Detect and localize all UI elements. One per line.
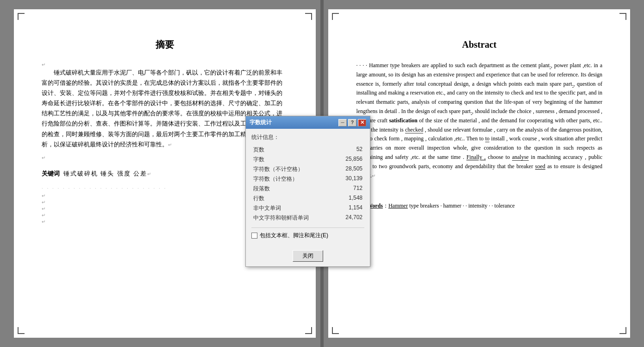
stat-row-paragraphs: 段落数 712 <box>251 184 364 194</box>
stat-row-non-chinese: 非中文单词 1,154 <box>251 203 364 213</box>
right-page-title: Abstract <box>356 37 602 52</box>
stat-label-chinese-chars: 中文字符和朝鲜语单词 <box>251 213 319 223</box>
keywords-text: 锤式破碎机 锤头 强度 公差 <box>63 169 147 179</box>
corner-mark-tr <box>305 13 312 20</box>
stat-value-pages: 52 <box>319 145 364 155</box>
stat-value-chars-with-space: 30,139 <box>319 174 364 184</box>
return-mark-en-4: ↵ <box>356 211 602 217</box>
corner-mark-br <box>305 327 312 334</box>
stat-value-non-chinese: 1,154 <box>319 203 364 213</box>
dialog-help-button[interactable]: ? <box>348 119 356 126</box>
right-page: Abstract · · · · Hammer type breakers ar… <box>328 9 630 338</box>
stat-value-paragraphs: 712 <box>319 184 364 194</box>
stat-row-lines: 行数 1,548 <box>251 194 364 203</box>
corner-mark-tr-r <box>619 13 626 20</box>
word-count-dialog[interactable]: 字数统计 ─ ? ✕ 统计信息： 页数 52 字数 25,856 字符数 <box>245 116 370 267</box>
return-mark-en-2: ↵ <box>356 180 602 187</box>
stat-row-chinese-chars: 中文字符和朝鲜语单词 24,702 <box>251 213 364 223</box>
dialog-titlebar: 字数统计 ─ ? ✕ <box>246 116 370 129</box>
stat-label-lines: 行数 <box>251 194 319 203</box>
corner-mark-tl <box>18 13 25 20</box>
dialog-divider <box>251 227 364 228</box>
en-para-1: · · · · Hammer type breakers are applied… <box>356 62 602 179</box>
satisfication-text: satisfication <box>389 117 417 124</box>
corner-mark-bl-r <box>332 327 339 334</box>
stat-value-lines: 1,548 <box>319 194 364 203</box>
stat-label-chars-with-space: 字符数（计空格） <box>251 174 319 184</box>
return-mark-en-5: ↵ <box>356 217 602 224</box>
include-textboxes-checkbox[interactable] <box>251 233 257 239</box>
stat-label-paragraphs: 段落数 <box>251 184 319 194</box>
underline-plant: . <box>550 62 551 69</box>
stat-row-chars-no-space: 字符数（不计空格） 28,505 <box>251 164 364 174</box>
hammer-underline: Hammer <box>388 202 408 209</box>
soed-text: soed <box>535 163 545 170</box>
return-mark-para: ↵ <box>168 142 172 147</box>
stat-label-pages: 页数 <box>251 145 319 155</box>
english-keywords-row: Key Words：Hammer type breakers · hammer … <box>356 202 602 210</box>
dialog-checkbox-row[interactable]: 包括文本框、脚注和尾注(E) <box>251 232 364 240</box>
return-mark-en-6: ↵ <box>356 224 602 230</box>
keywords-label: 关键词 <box>42 169 60 179</box>
stat-label-words: 字数 <box>251 155 319 164</box>
return-mark-1: ↵ <box>42 61 288 68</box>
stats-table: 页数 52 字数 25,856 字符数（不计空格） 28,505 字符数（计空格… <box>251 145 364 223</box>
stat-value-words: 25,856 <box>319 155 364 164</box>
stat-row-words: 字数 25,856 <box>251 155 364 164</box>
stat-label-chars-no-space: 字符数（不计空格） <box>251 164 319 174</box>
dialog-controls: ─ ? ✕ <box>338 119 366 126</box>
stat-value-chars-no-space: 28,505 <box>319 164 364 174</box>
en-keywords-content: ：Hammer type breakers · hammer · · inten… <box>383 202 515 209</box>
corner-mark-bl <box>18 327 25 334</box>
underline-to: to <box>485 135 489 142</box>
dialog-close-button[interactable]: ✕ <box>358 119 366 126</box>
return-en-1: ↵ <box>372 173 375 178</box>
dialog-title: 字数统计 <box>250 119 272 126</box>
dialog-close-action-button[interactable]: 关闭 <box>293 250 323 262</box>
underline-analyse: analyse <box>512 154 529 161</box>
dialog-footer: 关闭 <box>246 248 370 266</box>
left-page-title: 摘要 <box>42 37 288 52</box>
underline-part1: . <box>572 81 574 88</box>
corner-mark-tl-r <box>332 13 339 20</box>
stat-row-pages: 页数 52 <box>251 145 364 155</box>
finally-text: Finally , <box>466 154 486 160</box>
stat-row-chars-with-space: 字符数（计空格） 30,139 <box>251 174 364 184</box>
stat-value-chinese-chars: 24,702 <box>319 213 364 223</box>
dialog-body: 统计信息： 页数 52 字数 25,856 字符数（不计空格） 28,505 字… <box>246 129 370 248</box>
corner-mark-br-r <box>619 327 626 334</box>
stat-label-non-chinese: 非中文单词 <box>251 203 319 213</box>
dialog-section-title: 统计信息： <box>251 133 364 141</box>
return-mark-en-3: ↵ <box>356 187 602 193</box>
checkbox-label: 包括文本框、脚注和尾注(E) <box>260 232 328 240</box>
return-mark-kw: ↵ <box>147 170 151 178</box>
english-abstract-paragraph: · · · · Hammer type breakers are applied… <box>356 61 602 180</box>
underline-checked: checked <box>405 126 423 133</box>
dialog-minimize-button[interactable]: ─ <box>338 119 347 126</box>
underline-part2: . <box>471 108 472 115</box>
